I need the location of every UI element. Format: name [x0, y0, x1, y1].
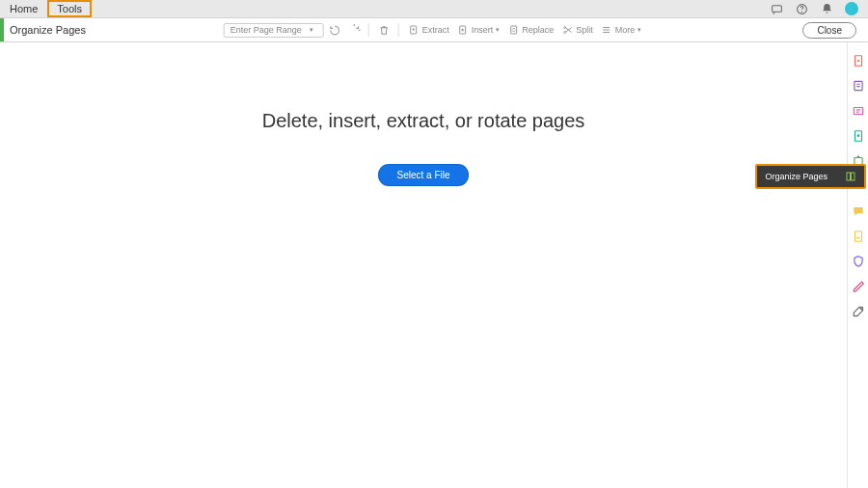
avatar[interactable]	[845, 2, 858, 15]
svg-point-6	[563, 27, 565, 29]
more-label: More	[615, 25, 636, 35]
organize-pages-icon	[845, 171, 856, 182]
trash-icon[interactable]	[377, 23, 391, 37]
more-button[interactable]: More ▾	[598, 24, 645, 36]
list-icon	[601, 24, 612, 36]
content-area: Delete, insert, extract, or rotate pages…	[0, 42, 868, 488]
toolbar-right: Close	[802, 22, 868, 39]
insert-button[interactable]: Insert ▾	[454, 24, 503, 36]
split-button[interactable]: Split	[558, 24, 596, 36]
page-range-placeholder: Enter Page Range	[231, 25, 302, 35]
insert-label: Insert	[472, 25, 494, 35]
svg-point-14	[860, 307, 862, 309]
menubar-left: Home Tools	[0, 0, 92, 17]
scissors-icon	[561, 24, 573, 36]
replace-label: Replace	[522, 25, 554, 35]
chevron-down-icon: ▾	[310, 26, 313, 34]
svg-rect-16	[852, 173, 855, 180]
chat-icon[interactable]	[770, 2, 783, 15]
chevron-down-icon: ▾	[496, 26, 500, 34]
separator	[398, 23, 399, 37]
extract-icon	[408, 24, 420, 36]
extract-button[interactable]: Extract	[405, 24, 452, 36]
svg-rect-5	[510, 26, 516, 34]
bell-icon[interactable]	[820, 2, 833, 15]
svg-point-7	[563, 32, 565, 34]
rotate-left-icon[interactable]	[328, 23, 341, 37]
split-label: Split	[576, 25, 593, 35]
organize-pages-tooltip[interactable]: Organize Pages	[755, 164, 866, 189]
separator	[368, 23, 369, 37]
combine-icon[interactable]	[852, 129, 865, 143]
svg-rect-13	[854, 231, 861, 242]
organize-pages-label: Organize Pages	[765, 172, 827, 181]
svg-rect-15	[847, 173, 851, 180]
main-pane: Delete, insert, extract, or rotate pages…	[0, 42, 847, 488]
page-headline: Delete, insert, extract, or rotate pages	[262, 110, 585, 132]
fill-sign-icon[interactable]	[852, 230, 865, 243]
toolbar-center: Enter Page Range ▾ Extract Insert ▾	[224, 23, 645, 38]
protect-icon[interactable]	[852, 255, 865, 268]
edit-pdf-icon[interactable]	[852, 79, 865, 93]
insert-icon	[457, 24, 469, 36]
toolbar-title: Organize Pages	[4, 24, 86, 36]
select-file-button[interactable]: Select a File	[379, 165, 467, 185]
right-tool-rail	[847, 42, 868, 488]
organize-toolbar: Organize Pages Enter Page Range ▾ Extrac…	[0, 18, 868, 42]
top-menubar: Home Tools	[0, 0, 868, 18]
more-tools-icon[interactable]	[852, 305, 865, 318]
replace-button[interactable]: Replace	[504, 24, 556, 36]
rotate-right-icon[interactable]	[347, 23, 361, 37]
chevron-down-icon: ▾	[637, 26, 641, 34]
export-pdf-icon[interactable]	[852, 104, 865, 118]
svg-point-2	[801, 11, 802, 12]
extract-label: Extract	[422, 25, 449, 35]
menu-home[interactable]: Home	[0, 0, 47, 17]
page-range-input[interactable]: Enter Page Range ▾	[224, 23, 324, 38]
help-icon[interactable]	[795, 2, 808, 15]
redact-icon[interactable]	[852, 280, 865, 293]
menubar-right	[770, 2, 868, 15]
create-pdf-icon[interactable]	[852, 54, 865, 68]
toolbar-left: Organize Pages	[0, 18, 86, 41]
menu-tools[interactable]: Tools	[47, 0, 92, 17]
replace-icon	[507, 24, 519, 36]
close-button[interactable]: Close	[802, 22, 856, 39]
comment-icon[interactable]	[852, 204, 865, 218]
svg-rect-10	[854, 108, 862, 115]
svg-rect-0	[772, 5, 781, 12]
